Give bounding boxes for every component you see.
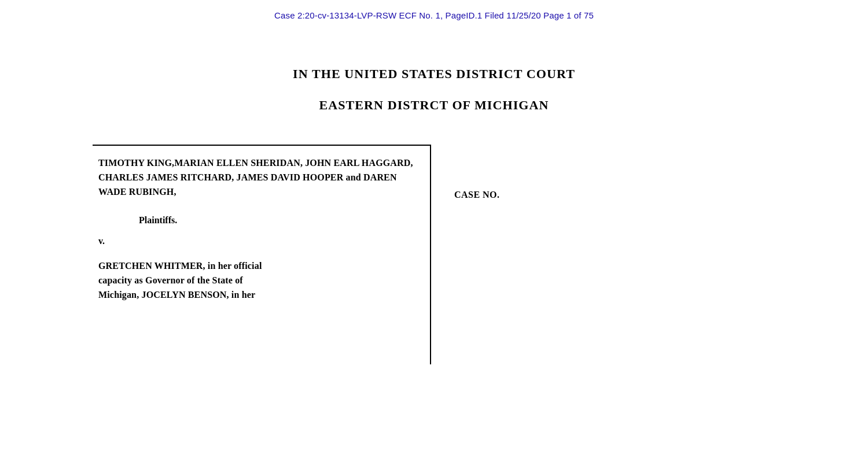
defendant-line2: capacity as Governor of the State of: [98, 275, 243, 285]
plaintiffs-label: Plaintiffs.: [139, 215, 418, 226]
court-title-section: IN THE UNITED STATES DISTRICT COURT EAST…: [0, 67, 868, 113]
left-column: TIMOTHY KING,MARIAN ELLEN SHERIDAN, JOHN…: [93, 145, 431, 364]
page-container: Case 2:20-cv-13134-LVP-RSW ECF No. 1, Pa…: [0, 0, 868, 454]
ecf-header-text: Case 2:20-cv-13134-LVP-RSW ECF No. 1, Pa…: [274, 10, 594, 20]
case-body: TIMOTHY KING,MARIAN ELLEN SHERIDAN, JOHN…: [0, 145, 868, 364]
defendant-line1: GRETCHEN WHITMER, in her official: [98, 261, 262, 271]
defendant-text: GRETCHEN WHITMER, in her official capaci…: [98, 259, 418, 302]
case-no-label: CASE NO.: [454, 190, 770, 200]
court-title-line1: IN THE UNITED STATES DISTRICT COURT: [0, 67, 868, 82]
plaintiffs-names: TIMOTHY KING,MARIAN ELLEN SHERIDAN, JOHN…: [98, 156, 418, 199]
ecf-header: Case 2:20-cv-13134-LVP-RSW ECF No. 1, Pa…: [0, 0, 868, 20]
right-column: CASE NO.: [431, 145, 775, 211]
versus: v.: [98, 236, 418, 246]
court-title-line2: EASTERN DISTRCT OF MICHIGAN: [0, 98, 868, 113]
defendant-line3: Michigan, JOCELYN BENSON, in her: [98, 290, 255, 300]
